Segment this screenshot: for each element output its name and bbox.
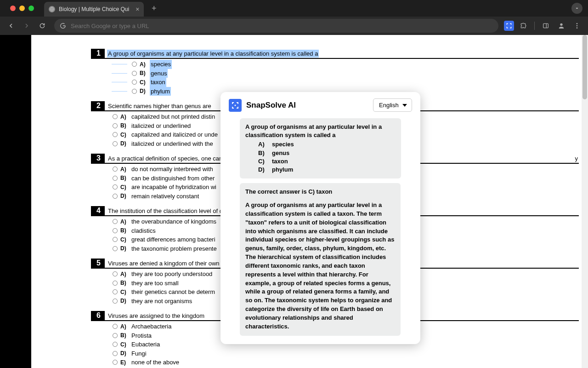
- answer-option[interactable]: A)species: [112, 60, 579, 69]
- answer-text: cladistics: [130, 226, 157, 236]
- answer-option[interactable]: D)Fungi: [112, 349, 579, 358]
- popup-option: B)genus: [258, 149, 396, 157]
- answer-radio[interactable]: [113, 132, 118, 137]
- answer-radio[interactable]: [113, 351, 118, 356]
- reload-button[interactable]: [36, 19, 49, 32]
- question-number: 1: [91, 49, 105, 58]
- answer-text: the taxonomic problem presente: [130, 244, 218, 253]
- popup-answer-heading: The correct answer is C) taxon: [245, 188, 395, 196]
- chevron-down-icon: [574, 6, 580, 11]
- answer-radio[interactable]: [113, 299, 118, 304]
- popup-question-box: A group of organisms at any particular l…: [240, 118, 401, 178]
- scrollbar-thumb[interactable]: [582, 35, 587, 99]
- answer-radio[interactable]: [113, 167, 118, 172]
- answer-radio[interactable]: [113, 114, 118, 119]
- tab-bar: Biology | Multiple Choice Qui × +: [0, 0, 588, 17]
- extensions-button[interactable]: [517, 19, 530, 32]
- scrollbar-track[interactable]: [582, 35, 588, 368]
- popup-option-text: phylum: [272, 166, 293, 174]
- answer-radio[interactable]: [113, 324, 118, 329]
- window-controls: [5, 6, 40, 11]
- browser-toolbar: [0, 17, 588, 35]
- popup-option: D)phylum: [258, 166, 396, 174]
- new-tab-button[interactable]: +: [148, 3, 159, 14]
- answer-radio[interactable]: [113, 176, 118, 181]
- popup-question-text: A group of organisms at any particular l…: [245, 123, 396, 139]
- answer-radio[interactable]: [113, 333, 118, 338]
- menu-button[interactable]: [571, 19, 583, 32]
- answer-radio[interactable]: [113, 123, 118, 128]
- left-gutter: [0, 35, 31, 368]
- minimize-window-button[interactable]: [19, 6, 25, 11]
- close-tab-icon[interactable]: ×: [136, 6, 139, 13]
- side-panel-button[interactable]: [539, 19, 552, 32]
- answer-radio[interactable]: [113, 246, 118, 251]
- popup-option-text: taxon: [272, 157, 288, 166]
- question-number: 5: [91, 259, 105, 268]
- back-button[interactable]: [5, 19, 17, 32]
- question-number: 2: [91, 101, 105, 110]
- answer-radio[interactable]: [113, 194, 118, 199]
- answer-option[interactable]: E)none of the above: [112, 358, 579, 367]
- answer-text: do not normally interbreed with: [130, 165, 214, 174]
- close-window-button[interactable]: [10, 6, 16, 11]
- popup-answer-body: A group of organisms at any particular l…: [245, 201, 395, 331]
- answer-radio[interactable]: [113, 342, 118, 347]
- arrow-right-icon: [23, 22, 30, 29]
- snapsolve-extension-button[interactable]: [504, 21, 514, 31]
- google-g-icon: [60, 23, 66, 29]
- address-input[interactable]: [71, 23, 493, 29]
- maximize-window-button[interactable]: [28, 6, 34, 11]
- puzzle-icon: [520, 22, 527, 29]
- answer-text: remain relatively constant: [130, 192, 200, 201]
- forward-button[interactable]: [20, 19, 33, 32]
- answer-radio[interactable]: [113, 360, 118, 365]
- answer-radio[interactable]: [113, 289, 118, 294]
- answer-radio[interactable]: [113, 184, 118, 190]
- popup-option: A)species: [258, 140, 396, 149]
- answer-radio[interactable]: [113, 281, 118, 286]
- address-bar[interactable]: [54, 19, 498, 33]
- browser-tab[interactable]: Biology | Multiple Choice Qui ×: [44, 2, 144, 17]
- answer-radio[interactable]: [113, 141, 118, 146]
- answer-radio[interactable]: [113, 219, 118, 224]
- language-select[interactable]: English: [373, 98, 412, 112]
- answer-letter: C): [120, 288, 129, 296]
- question-number: 4: [91, 206, 105, 215]
- answer-option[interactable]: B)genus: [112, 69, 579, 78]
- answer-letter: B): [140, 69, 148, 77]
- answer-option[interactable]: C)taxon: [112, 78, 579, 87]
- answer-text: taxon: [150, 78, 166, 87]
- reload-icon: [39, 22, 46, 29]
- answer-text: Archaebacteria: [130, 322, 172, 331]
- profile-button[interactable]: [555, 19, 568, 32]
- answer-letter: B): [120, 174, 129, 182]
- answer-text: they are too small: [130, 279, 180, 288]
- answer-radio[interactable]: [132, 89, 137, 94]
- scan-icon: [231, 101, 239, 109]
- answer-radio[interactable]: [132, 71, 137, 76]
- answer-text: italicized or underlined: [130, 121, 192, 131]
- answer-text: genus: [150, 69, 168, 78]
- tabs-dropdown-button[interactable]: [571, 3, 582, 14]
- answer-radio[interactable]: [132, 62, 137, 67]
- question-text: As a practical definition of species, on…: [107, 155, 234, 162]
- question-text: Scientific names higher than genus are: [107, 102, 212, 110]
- answer-radio[interactable]: [113, 271, 118, 276]
- answer-radio[interactable]: [113, 237, 118, 242]
- answer-text: none of the above: [130, 358, 180, 367]
- snapsolve-logo: [229, 99, 242, 112]
- popup-option-text: genus: [272, 149, 289, 157]
- popup-option-letter: A): [258, 140, 266, 149]
- answer-letter: D): [140, 87, 148, 95]
- question-text: Viruses are denied a kingdom of their ow…: [107, 259, 232, 267]
- answer-letter: A): [120, 322, 129, 331]
- svg-point-4: [577, 23, 578, 24]
- answer-letter: A): [120, 218, 129, 226]
- answer-text: their genetics cannot be determ: [130, 288, 216, 297]
- arrow-left-icon: [7, 22, 15, 29]
- answer-radio[interactable]: [132, 80, 137, 85]
- question-text: The institution of the classification le…: [107, 207, 232, 215]
- answer-radio[interactable]: [113, 228, 118, 233]
- person-icon: [558, 22, 565, 29]
